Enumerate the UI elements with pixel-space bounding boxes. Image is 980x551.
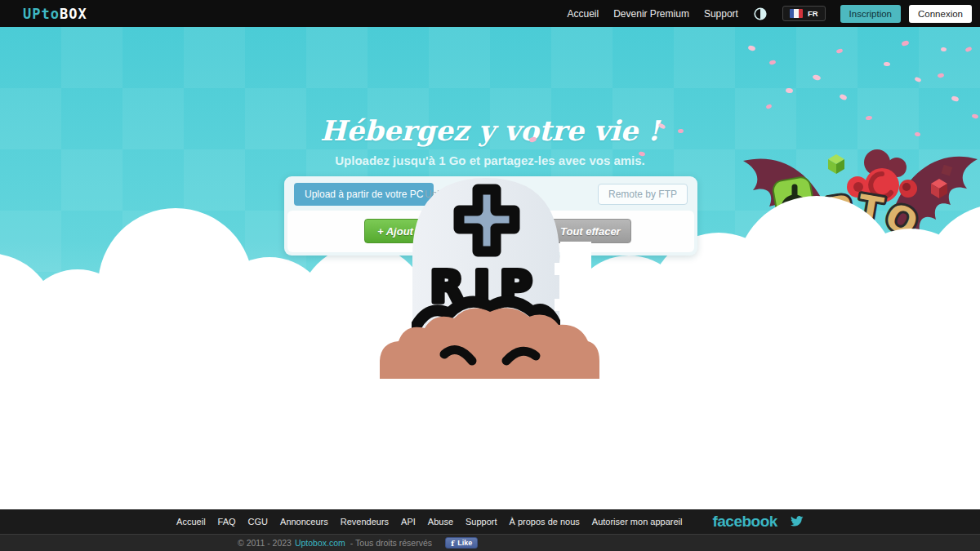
petal: [839, 93, 848, 100]
zigzag-border: [0, 504, 980, 509]
nav-support[interactable]: Support: [704, 8, 738, 20]
petal: [747, 45, 756, 52]
petal: [901, 40, 909, 47]
uptobox-site-link[interactable]: Uptobox.com: [295, 538, 345, 548]
facebook-like-button[interactable]: f Like: [445, 537, 478, 549]
theme-toggle-icon[interactable]: [753, 7, 768, 21]
footer-link-abuse[interactable]: Abuse: [428, 517, 453, 527]
copyright-bar: © 2011 - 2023 Uptobox.com - Tous droits …: [0, 534, 980, 551]
navbar: UPtoBOX Accueil Devenir Premium Support …: [0, 0, 980, 27]
uptobox-logo[interactable]: UPtoBOX: [23, 6, 87, 22]
nav-devenir-premium[interactable]: Devenir Premium: [613, 8, 689, 20]
petal: [835, 48, 843, 54]
mascot-green-cube: [828, 154, 844, 174]
footer-link-autoriser-appareil[interactable]: Autoriser mon appareil: [592, 517, 683, 527]
petal: [941, 47, 947, 51]
footer-link-accueil[interactable]: Accueil: [176, 517, 205, 527]
petal: [786, 87, 794, 93]
petal: [812, 74, 821, 81]
twitter-icon[interactable]: [790, 516, 804, 527]
logo-part-upto: UPto: [23, 6, 60, 22]
petal: [914, 77, 921, 83]
rip-tombstone: RIP: [374, 173, 604, 379]
uptobox-homepage: UPtoBOX Accueil Devenir Premium Support …: [0, 0, 980, 551]
signup-button[interactable]: Inscription: [840, 5, 901, 23]
petal: [884, 62, 890, 67]
facebook-f-icon: f: [451, 539, 454, 548]
french-flag-icon: [790, 9, 803, 18]
footer-link-a-propos[interactable]: À propos de nous: [510, 517, 580, 527]
copyright-suffix: - Tous droits réservés: [350, 538, 432, 548]
footer-link-annonceurs[interactable]: Annonceurs: [280, 517, 328, 527]
remote-ftp-button[interactable]: Remote by FTP: [598, 184, 688, 205]
footer-link-cgu[interactable]: CGU: [248, 517, 268, 527]
facebook-link[interactable]: facebook: [712, 513, 777, 531]
petal: [765, 104, 772, 109]
like-label: Like: [457, 539, 472, 547]
footer: Accueil FAQ CGU Annonceurs Revendeurs AP…: [0, 509, 980, 534]
navbar-menu: Accueil Devenir Premium Support FR Inscr…: [568, 5, 980, 23]
copyright-prefix: © 2011 - 2023: [238, 538, 292, 548]
petal: [938, 73, 945, 78]
footer-link-revendeurs[interactable]: Revendeurs: [341, 517, 389, 527]
petal: [768, 60, 776, 65]
login-button[interactable]: Connexion: [909, 5, 972, 23]
hero-section: Hébergez y votre vie ! Uploadez jusqu'à …: [0, 27, 980, 504]
language-selector[interactable]: FR: [782, 6, 826, 21]
nav-accueil[interactable]: Accueil: [568, 8, 599, 20]
footer-link-faq[interactable]: FAQ: [218, 517, 236, 527]
footer-link-api[interactable]: API: [401, 517, 416, 527]
language-code: FR: [808, 9, 818, 18]
footer-link-support[interactable]: Support: [466, 517, 497, 527]
logo-part-box: BOX: [60, 6, 87, 22]
petal: [964, 47, 972, 53]
petal: [951, 96, 959, 102]
